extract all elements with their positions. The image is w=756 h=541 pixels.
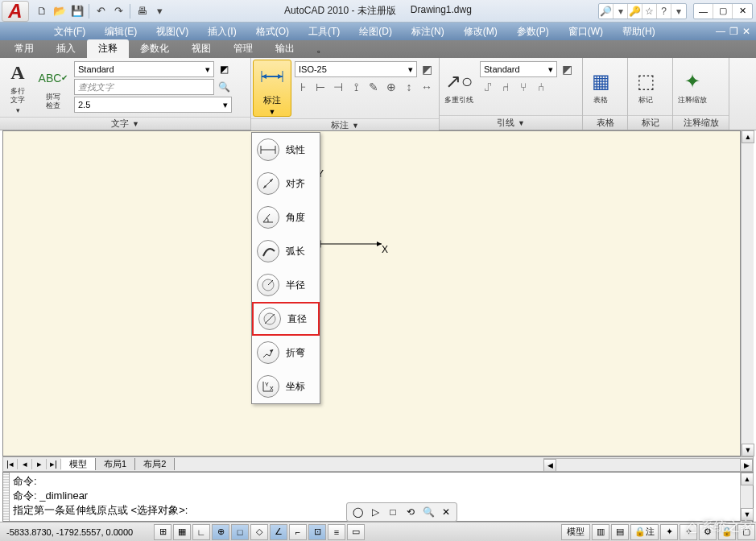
dim-tool8-icon[interactable]: ↔ (419, 79, 435, 95)
menu-modify[interactable]: 修改(M) (454, 23, 507, 40)
scroll-down-icon[interactable]: ▼ (742, 444, 754, 456)
panel-table-title[interactable]: 表格 (583, 115, 627, 130)
tab-layout1[interactable]: 布局1 (96, 458, 135, 470)
leader-style-dropdown[interactable]: Standard▾ (480, 61, 557, 77)
find-text-icon[interactable]: 🔍 (216, 79, 232, 95)
menu-draw[interactable]: 绘图(D) (349, 23, 402, 40)
text-style-manage-icon[interactable]: ◩ (216, 61, 232, 77)
vertical-scrollbar[interactable]: ▲ ▼ (741, 130, 754, 456)
dim-radius-item[interactable]: 半径 (252, 268, 320, 302)
menu-insert[interactable]: 插入(I) (198, 23, 246, 40)
panel-text-title[interactable]: 文字▼ (0, 117, 250, 130)
panel-dim-title[interactable]: 标注▼ (251, 118, 439, 131)
dim-tool7-icon[interactable]: ↕ (401, 79, 417, 95)
menu-format[interactable]: 格式(O) (246, 23, 299, 40)
dimension-split-button[interactable]: 标注 ▼ (253, 60, 291, 117)
nav-stop-icon[interactable]: □ (386, 505, 400, 519)
infocenter-drop2-icon[interactable]: ▾ (671, 4, 686, 19)
hscroll-right-icon[interactable]: ▶ (740, 459, 753, 472)
annoscale-status-icon[interactable]: 🔒注 (630, 524, 659, 540)
mtext-button[interactable]: A 多行 文字 ▾ (0, 58, 35, 117)
dim-angular-item[interactable]: 角度 (252, 200, 320, 234)
doc-restore-button[interactable]: ❐ (727, 26, 740, 37)
coordinates-display[interactable]: -5833.8730, -1792.5557, 0.0000 (0, 527, 153, 537)
rtab-common[interactable]: 常用 (3, 39, 45, 58)
dyn-toggle[interactable]: ⊡ (308, 524, 326, 540)
drawing-canvas[interactable]: Y X (2, 130, 741, 456)
menu-window[interactable]: 窗口(W) (559, 23, 613, 40)
nav-close-icon[interactable]: ✕ (439, 505, 453, 519)
tab-nav-last[interactable]: ▸| (47, 459, 61, 469)
rtab-parametric[interactable]: 参数化 (129, 39, 180, 58)
table-button[interactable]: ▦ 表格 (583, 58, 618, 115)
model-space-button[interactable]: 模型 (561, 524, 590, 540)
3dosnap-toggle[interactable]: ◇ (250, 524, 268, 540)
polar-toggle[interactable]: ⊕ (212, 524, 229, 540)
dim-tool4-icon[interactable]: ⟟ (348, 79, 364, 95)
text-height-dropdown[interactable]: 2.5▾ (74, 97, 232, 113)
dim-ordinate-item[interactable]: YX坐标 (252, 370, 320, 403)
doc-close-button[interactable]: ✕ (740, 26, 753, 37)
rtab-view[interactable]: 视图 (180, 39, 222, 58)
dim-linear-item[interactable]: 线性 (252, 133, 320, 167)
layout-quick-icon[interactable]: ▥ (592, 524, 609, 540)
dim-jogged-item[interactable]: 折弯 (252, 336, 320, 370)
panel-leader-title[interactable]: 引线▼ (440, 115, 582, 130)
nav-orbit-icon[interactable]: ⟲ (403, 505, 418, 519)
panel-markup-title[interactable]: 标记 (628, 115, 672, 130)
redo-icon[interactable]: ↷ (110, 3, 126, 19)
qp-toggle[interactable]: ▭ (347, 524, 365, 540)
markup-button[interactable]: ⬚ 标记 (628, 58, 663, 115)
snap-toggle[interactable]: ⊞ (154, 524, 171, 540)
dim-style-dropdown[interactable]: ISO-25▾ (295, 61, 417, 77)
dim-tool1-icon[interactable]: ⊦ (295, 79, 311, 95)
panel-annoscale-title[interactable]: 注释缩放 (673, 115, 729, 130)
cmd-scrollbar[interactable]: ▲ ▼ (740, 473, 753, 521)
rtab-insert[interactable]: 插入 (45, 39, 87, 58)
hscroll-left-icon[interactable]: ◀ (543, 459, 556, 472)
annovisibility-icon[interactable]: ✦ (660, 524, 678, 540)
infocenter[interactable]: 🔎 ▾ 🔑 ☆ ? ▾ (598, 3, 687, 19)
dim-arc-item[interactable]: 弧长 (252, 234, 320, 268)
app-logo[interactable]: A (2, 1, 29, 22)
doc-minimize-button[interactable]: — (714, 26, 727, 37)
cmd-scroll-up-icon[interactable]: ▲ (741, 473, 754, 485)
leader-tool2-icon[interactable]: ⑁ (498, 79, 514, 95)
layout-quick2-icon[interactable]: ▤ (611, 524, 629, 540)
dim-diameter-item[interactable]: 直径 (252, 302, 320, 336)
help-icon[interactable]: ? (657, 4, 671, 19)
nav-play-icon[interactable]: ▷ (368, 505, 382, 519)
dim-tool3-icon[interactable]: ⊣ (330, 79, 346, 95)
scroll-up-icon[interactable]: ▲ (742, 130, 754, 143)
mleader-button[interactable]: ↗○ 多重引线 (440, 58, 478, 115)
star-icon[interactable]: ☆ (642, 4, 657, 19)
text-style-dropdown[interactable]: Standard▾ (74, 61, 214, 77)
find-text-input[interactable]: 查找文字 (74, 79, 214, 95)
key-icon[interactable]: 🔑 (628, 4, 642, 19)
rtab-output[interactable]: 输出 (264, 39, 306, 58)
menu-file[interactable]: 文件(F) (44, 23, 95, 40)
leader-style-manage-icon[interactable]: ◩ (559, 61, 575, 77)
tab-model[interactable]: 模型 (61, 458, 96, 470)
leader-tool1-icon[interactable]: ⑀ (480, 79, 496, 95)
menu-parametric[interactable]: 参数(P) (507, 23, 559, 40)
dim-tool2-icon[interactable]: ⊢ (312, 79, 328, 95)
maximize-button[interactable]: ▢ (713, 4, 733, 19)
lwt-toggle[interactable]: ≡ (328, 524, 345, 540)
menu-dimension[interactable]: 标注(N) (402, 23, 454, 40)
cmd-grip-icon[interactable] (3, 473, 10, 521)
tab-nav-prev[interactable]: ◂ (18, 459, 32, 469)
annoscale-button[interactable]: ✦ 注释缩放 (673, 58, 712, 115)
tab-layout2[interactable]: 布局2 (135, 458, 175, 470)
ducs-toggle[interactable]: ⌐ (289, 524, 307, 540)
leader-tool3-icon[interactable]: ⑂ (515, 79, 531, 95)
infocenter-drop-icon[interactable]: ▾ (613, 4, 628, 19)
binoculars-icon[interactable]: 🔎 (599, 4, 613, 19)
rtab-annotate[interactable]: 注释 (87, 39, 129, 58)
menu-view[interactable]: 视图(V) (147, 23, 198, 40)
dim-tool6-icon[interactable]: ⊕ (383, 79, 399, 95)
close-button[interactable]: ✕ (733, 4, 752, 19)
nav-zoom-icon[interactable]: 🔍 (421, 505, 436, 519)
rtab-manage[interactable]: 管理 (222, 39, 264, 58)
qat-dropdown-icon[interactable]: ▾ (151, 3, 167, 19)
